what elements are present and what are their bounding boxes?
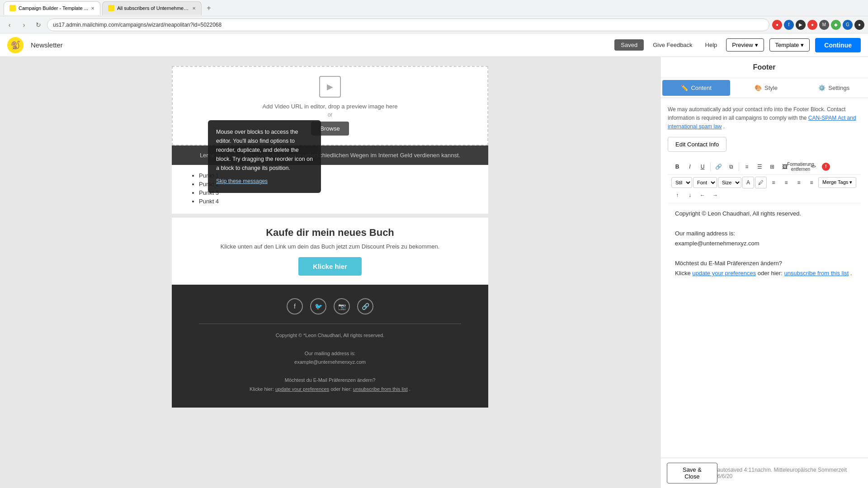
browser-chrome: Campaign Builder - Template ... ✕ All su… — [0, 0, 868, 16]
back-button[interactable]: ‹ — [4, 19, 15, 31]
footer-dark: f 🐦 📷 🔗 Copyright © *Leon Chaudhari, All… — [172, 285, 488, 408]
tab-settings[interactable]: ⚙️ Settings — [800, 78, 868, 98]
mailing-email: example@unternehmenxyz.com — [675, 239, 854, 249]
tab-favicon-2 — [108, 5, 114, 11]
preferences-line: Möchtest du E-Mail Präferenzen ändern? — [675, 258, 854, 268]
tab-subscribers[interactable]: All subscribers of Unternehmen... ✕ — [102, 1, 202, 15]
tab-style[interactable]: 🎨 Style — [732, 78, 800, 98]
tooltip-text: Mouse over blocks to access the editor. … — [216, 127, 313, 173]
bold-button[interactable]: B — [671, 161, 683, 173]
browser-icon-4: ● — [807, 20, 817, 30]
skip-messages-link[interactable]: Skip these messages — [216, 177, 313, 186]
tooltip-overlay: Mouse over blocks to access the editor. … — [208, 120, 321, 193]
tab-title-2: All subscribers of Unternehmen... — [117, 5, 189, 11]
font-color-button[interactable]: A — [742, 177, 754, 188]
style-tab-icon: 🎨 — [755, 84, 762, 91]
content-tab-icon: ✏️ — [681, 84, 688, 91]
preferences-links: Klicke update your preferences oder hier… — [675, 268, 854, 278]
forward-button[interactable]: › — [18, 19, 30, 31]
address-input[interactable] — [47, 19, 769, 31]
panel-tabs: ✏️ Content 🎨 Style ⚙️ Settings — [660, 78, 868, 98]
panel-content: We may automatically add your contact in… — [660, 98, 868, 458]
merge-tags-button[interactable]: Merge Tags ▾ — [818, 177, 856, 188]
browser-icon-5: M — [819, 20, 829, 30]
navbar: 🐒 Newsletter Saved Give Feedback Help Pr… — [0, 33, 868, 57]
preview-button[interactable]: Preview ▾ — [726, 38, 764, 52]
link-icon[interactable]: 🔗 — [357, 298, 373, 314]
browser-icon-3: ▶ — [796, 20, 806, 30]
tab-campaign-builder[interactable]: Campaign Builder - Template ... ✕ — [4, 1, 100, 15]
tab-title-1: Campaign Builder - Template ... — [19, 5, 88, 11]
editor-toolbar-row1: B I U 🔗 ⧉ ≡ ☰ ⊞ 🖼 Formatierung entfernen… — [668, 159, 861, 175]
promo-block: Kaufe dir mein neues Buch Klicke unten a… — [172, 217, 488, 285]
footer-copyright: Copyright © *Leon Chaudhari, All rights … — [181, 331, 479, 394]
browser-icon-7: G — [843, 20, 853, 30]
reload-button[interactable]: ↻ — [33, 19, 44, 31]
tabs-bar: Campaign Builder - Template ... ✕ All su… — [4, 1, 214, 15]
save-close-button[interactable]: Save & Close — [667, 463, 717, 483]
source-button[interactable]: <> — [807, 161, 819, 173]
tab-close-2[interactable]: ✕ — [192, 6, 196, 11]
editable-content[interactable]: Copyright © Leon Chaudhari, All rights r… — [668, 203, 861, 284]
tab-close-1[interactable]: ✕ — [91, 6, 94, 11]
contact-info-text: We may automatically add your contact in… — [668, 105, 861, 131]
twitter-icon[interactable]: 🐦 — [310, 298, 326, 314]
align-left-button[interactable]: ≡ — [768, 177, 779, 188]
panel-title: Footer — [660, 57, 868, 78]
save-close-bar: Save & Close autosaved 4:11nachm. Mittel… — [660, 458, 868, 488]
template-button[interactable]: Template ▾ — [769, 38, 810, 52]
underline-button[interactable]: U — [697, 161, 708, 173]
align-right-button[interactable]: ≡ — [793, 177, 805, 188]
ul-button[interactable]: ☰ — [754, 161, 765, 173]
settings-tab-icon: ⚙️ — [818, 84, 826, 91]
browser-icon-1: ● — [772, 20, 782, 30]
content-tab-label: Content — [691, 84, 712, 91]
saved-badge: Saved — [614, 39, 644, 51]
list-item: Punkt 4 — [199, 198, 470, 205]
continue-button[interactable]: Continue — [815, 38, 861, 52]
unsubscribe-link[interactable]: unsubscribe from this list — [353, 386, 408, 392]
copy-button[interactable]: ⧉ — [725, 161, 737, 173]
social-icons: f 🐦 📷 🔗 — [181, 298, 479, 314]
indent-more-button[interactable]: → — [709, 189, 721, 201]
promo-subtitle: Klicke unten auf den Link um dein das Bu… — [181, 243, 479, 250]
instagram-icon[interactable]: 📷 — [334, 298, 350, 314]
settings-tab-label: Settings — [828, 84, 849, 91]
align-center-button[interactable]: ≡ — [780, 177, 792, 188]
tab-content[interactable]: ✏️ Content — [662, 80, 730, 96]
mailchimp-logo[interactable]: 🐒 — [7, 37, 24, 53]
ol-button[interactable]: ≡ — [741, 161, 753, 173]
browser-icon-8: ● — [854, 20, 864, 30]
bg-color-button[interactable]: 🖊 — [755, 177, 767, 188]
video-url-text: Add Video URL in editor, drop a preview … — [182, 103, 478, 110]
right-panel: Footer ✏️ Content 🎨 Style ⚙️ Settings We… — [660, 57, 868, 488]
format-remove-button[interactable]: Formatierung entfernen — [795, 161, 807, 173]
klicke-button[interactable]: Klicke hier — [298, 257, 362, 276]
play-button[interactable]: ▶ — [319, 76, 341, 98]
font-select[interactable]: Font — [693, 177, 717, 188]
move-down-button[interactable]: ↓ — [684, 189, 696, 201]
autosaved-text: autosaved 4:11nachm. Mitteleuropäische S… — [717, 467, 862, 479]
notification-dot: ! — [822, 163, 830, 171]
unsubscribe-edit-link[interactable]: unsubscribe from this list — [784, 270, 849, 277]
style-select[interactable]: Stil — [671, 177, 692, 188]
help-link[interactable]: Help — [702, 39, 721, 51]
give-feedback-link[interactable]: Give Feedback — [649, 39, 696, 51]
italic-button[interactable]: I — [684, 161, 696, 173]
facebook-icon[interactable]: f — [287, 298, 303, 314]
link-button[interactable]: 🔗 — [712, 161, 724, 173]
mailing-label: Our mailing address is: — [675, 229, 854, 239]
indent-less-button[interactable]: ← — [697, 189, 708, 201]
play-icon: ▶ — [327, 82, 333, 92]
size-select[interactable]: Size — [718, 177, 741, 188]
new-tab-button[interactable]: + — [203, 3, 214, 14]
tab-favicon-1 — [9, 5, 16, 11]
table-button[interactable]: ⊞ — [766, 161, 778, 173]
editor-area: ▶ Add Video URL in editor, drop a previe… — [0, 57, 660, 488]
update-preferences-link[interactable]: update your preferences — [275, 386, 329, 392]
move-up-button[interactable]: ↑ — [671, 189, 683, 201]
align-justify-button[interactable]: ≡ — [806, 177, 817, 188]
update-preferences-edit-link[interactable]: update your preferences — [692, 270, 756, 277]
edit-contact-button[interactable]: Edit Contact Info — [668, 137, 726, 152]
editor-toolbar-row2: Stil Font Size A 🖊 ≡ ≡ ≡ ≡ Merge Tags ▾ … — [668, 175, 861, 203]
